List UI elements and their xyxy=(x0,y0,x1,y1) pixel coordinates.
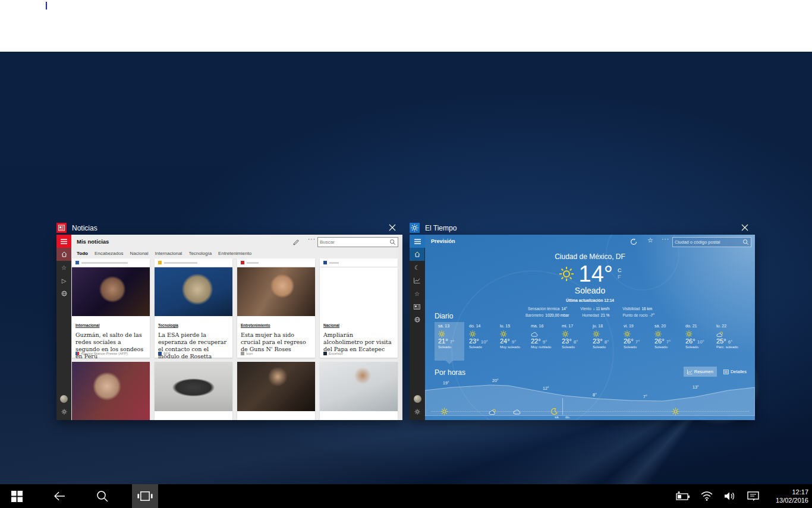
daily-tile[interactable]: mi. 17 23° 8° Soleado xyxy=(558,322,588,361)
volume-icon[interactable] xyxy=(720,484,738,508)
news-card[interactable]: Nacional xyxy=(320,362,398,420)
tiempo-places-icon[interactable]: ☆ xyxy=(410,287,424,300)
tiempo-search-input[interactable] xyxy=(673,239,742,245)
edit-pencil-icon[interactable] xyxy=(292,238,300,248)
taskbar-clock[interactable]: 12:17 13/02/2016 xyxy=(776,484,808,508)
back-button[interactable] xyxy=(48,484,71,508)
tiempo-close-icon[interactable] xyxy=(739,222,750,233)
noticias-settings-gear-icon[interactable] xyxy=(61,406,67,417)
tab-nacional[interactable]: Nacional xyxy=(130,251,148,256)
daily-tile[interactable]: ma. 16 22° 9° Muy nublado xyxy=(527,322,557,361)
news-card-partial[interactable] xyxy=(155,258,232,267)
news-card-category: Nacional xyxy=(323,419,339,420)
daily-tile[interactable]: ju. 18 23° 8° Soleado xyxy=(589,322,619,361)
hourly-view-buttons: Resumen Detalles xyxy=(684,367,750,377)
detalles-button[interactable]: Detalles xyxy=(720,367,750,377)
clock-time: 12:17 xyxy=(776,488,808,496)
refresh-icon[interactable] xyxy=(630,237,637,248)
news-card-category: Nacional xyxy=(323,323,339,327)
tab-entretenimiento[interactable]: Entretenimiento xyxy=(218,251,251,256)
news-card-partial[interactable] xyxy=(72,258,150,267)
news-card[interactable]: Nacional Ampliarán alcoholimetro por vis… xyxy=(320,267,398,358)
taskview-window-tiempo[interactable]: El Tiempo ☾ xyxy=(410,221,755,420)
news-card[interactable]: Tecnología La ESA pierde la esperanza de… xyxy=(155,267,232,358)
news-card[interactable]: Tecnología xyxy=(155,362,232,420)
back-arrow-icon xyxy=(53,491,66,501)
tiempo-search-box[interactable] xyxy=(672,237,751,247)
taskbar-search-button[interactable] xyxy=(90,484,114,508)
news-card-partial[interactable] xyxy=(320,258,398,267)
text-cursor xyxy=(46,2,47,10)
top-white-band xyxy=(0,0,812,52)
current-condition: Soleado xyxy=(425,286,755,295)
last-updated: Última actualización 12:14 xyxy=(425,298,755,302)
taskbar: 12:17 13/02/2016 xyxy=(0,484,812,508)
tab-todo[interactable]: Todo xyxy=(77,251,88,256)
clock-date: 13/02/2016 xyxy=(776,496,808,504)
daily-section-title: Diario xyxy=(435,312,453,320)
resumen-button[interactable]: Resumen xyxy=(684,367,717,377)
start-button[interactable] xyxy=(5,484,29,508)
noticias-world-icon[interactable] xyxy=(56,287,71,300)
noticias-interests-icon[interactable]: ☆ xyxy=(56,261,71,274)
news-card[interactable]: Internacional Guzmán, el salto de las re… xyxy=(72,267,150,358)
tiempo-app-icon xyxy=(410,223,420,233)
tiempo-window-title: El Tiempo xyxy=(425,224,457,232)
current-city: Ciudad de México, DF xyxy=(425,253,755,261)
news-card-image xyxy=(72,362,150,420)
sun-icon xyxy=(682,329,712,337)
tiempo-account-avatar[interactable] xyxy=(414,395,421,403)
see-more-icon[interactable]: ··· xyxy=(308,236,316,242)
unit-celsius[interactable]: C xyxy=(618,267,622,274)
tiempo-news-icon[interactable] xyxy=(410,300,424,313)
noticias-video-icon[interactable]: ▷ xyxy=(56,274,71,287)
tiempo-maps-icon[interactable]: ☾ xyxy=(410,261,424,274)
task-view-icon xyxy=(137,491,153,501)
tab-tecnologia[interactable]: Tecnología xyxy=(188,251,212,256)
daily-tile[interactable]: do. 14 23° 10° Soleado xyxy=(465,322,495,361)
tiempo-app-body[interactable]: ☾ ☆ xyxy=(410,235,755,420)
see-more-icon[interactable]: ··· xyxy=(662,236,669,242)
news-card-image xyxy=(155,267,232,316)
news-card-source: Icon xyxy=(241,352,253,355)
battery-icon[interactable] xyxy=(674,484,692,508)
news-card-partial[interactable] xyxy=(237,258,315,267)
tiempo-home-icon[interactable] xyxy=(410,248,424,261)
tab-encabezados[interactable]: Encabezados xyxy=(95,251,123,256)
daily-tile[interactable]: sá. 20 26° 7° Soleado xyxy=(651,322,681,361)
noticias-search-input[interactable] xyxy=(318,239,389,245)
task-view-button[interactable] xyxy=(132,484,158,508)
tiempo-settings-gear-icon[interactable] xyxy=(414,406,420,417)
tiempo-world-icon[interactable] xyxy=(410,313,424,326)
news-card-headline: La ESA pierde la esperanza de recuperar … xyxy=(158,332,229,360)
action-center-icon[interactable] xyxy=(744,484,762,508)
wifi-icon[interactable] xyxy=(698,484,716,508)
news-card[interactable]: Entretenimiento Esta mujer ha sido cruci… xyxy=(237,267,315,358)
noticias-close-icon[interactable] xyxy=(387,222,398,233)
noticias-search-box[interactable] xyxy=(317,237,398,247)
daily-tile[interactable]: vi. 19 26° 7° Soleado xyxy=(620,322,650,361)
hourly-temperature-chart[interactable]: 19° 20° 12° 8° 7° 13° sá. xyxy=(425,380,755,420)
tiempo-history-chart-icon[interactable] xyxy=(410,274,424,287)
hourly-temp-label: 8° xyxy=(593,393,597,397)
tiempo-hamburger-icon[interactable] xyxy=(410,235,425,248)
daily-tile[interactable]: lu. 15 24° 9° Muy soleado xyxy=(496,322,526,361)
daily-tile[interactable]: lu. 22 25° 6° Parc. soleado xyxy=(713,322,742,361)
noticias-tabs: Todo Encabezados Nacional Internacional … xyxy=(77,251,251,256)
tab-internacional[interactable]: Internacional xyxy=(155,251,182,256)
taskview-window-noticias[interactable]: Noticias ☆ ▷ xyxy=(56,221,402,420)
news-card[interactable] xyxy=(72,362,150,420)
cloudy-icon xyxy=(527,329,557,337)
daily-forecast-row: sá. 13 21° 7° Soleado do. 14 23° 10° Sol… xyxy=(435,322,744,361)
noticias-hamburger-icon[interactable] xyxy=(56,235,71,248)
screen: Noticias ☆ ▷ xyxy=(0,0,812,508)
noticias-account-avatar[interactable] xyxy=(60,395,68,403)
current-details: Sensación térmica14° Viento↓ 11 km/h Vis… xyxy=(425,305,755,318)
daily-tile[interactable]: sá. 13 21° 7° Soleado xyxy=(435,322,464,361)
daily-tile[interactable]: do. 21 26° 10° Soleado xyxy=(682,322,712,361)
favorite-star-icon[interactable]: ☆ xyxy=(647,236,653,244)
noticias-home-icon[interactable] xyxy=(56,248,71,261)
unit-fahrenheit[interactable]: F xyxy=(618,274,622,280)
noticias-app-body[interactable]: ☆ ▷ Mis noticias xyxy=(56,235,402,420)
news-card[interactable]: Entretenimiento xyxy=(237,362,315,420)
